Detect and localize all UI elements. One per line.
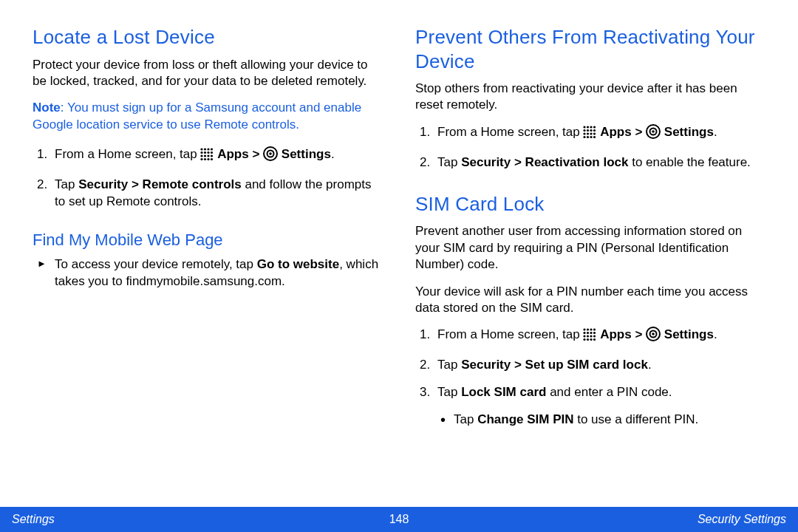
go-to-website-label: Go to website: [257, 257, 339, 271]
sim-sub-bullet: Tap Change SIM PIN to use a different PI…: [415, 412, 765, 429]
apps-label: Apps >: [600, 327, 646, 341]
heading-find-my-mobile: Find My Mobile Web Page: [33, 230, 383, 250]
step-text-end: and enter a PIN code.: [546, 385, 672, 399]
apps-label: Apps >: [600, 125, 646, 139]
step-text: Tap: [437, 358, 461, 372]
settings-label: Settings: [282, 147, 331, 161]
lock-sim-card-label: Lock SIM card: [461, 385, 546, 399]
gear-icon: [263, 146, 278, 166]
heading-sim-card-lock: SIM Card Lock: [415, 192, 765, 216]
heading-locate-lost-device: Locate a Lost Device: [33, 25, 383, 50]
locate-step-1: From a Home screen, tap Apps > Settings.: [33, 146, 383, 166]
step-text-end: .: [331, 147, 335, 161]
locate-intro-text: Protect your device from loss or theft a…: [33, 57, 383, 90]
prevent-intro-text: Stop others from reactivating your devic…: [415, 81, 765, 114]
sim-step-2: Tap Security > Set up SIM card lock.: [415, 357, 765, 374]
security-remote-controls-label: Security > Remote controls: [78, 177, 242, 191]
sim-step-1: From a Home screen, tap Apps > Settings.: [415, 327, 765, 347]
page-number: 148: [389, 513, 409, 526]
security-setup-sim-lock-label: Security > Set up SIM card lock: [461, 358, 648, 372]
page: Locate a Lost Device Protect your device…: [0, 0, 798, 532]
content-columns: Locate a Lost Device Protect your device…: [33, 25, 765, 439]
settings-label: Settings: [664, 125, 714, 139]
step-text-end: to enable the feature.: [628, 155, 750, 169]
apps-icon: [200, 148, 214, 166]
locate-step-2: Tap Security > Remote controls and follo…: [33, 177, 383, 211]
locate-note-text: Note: You must sign up for a Samsung acc…: [33, 100, 383, 133]
apps-label: Apps >: [217, 147, 263, 161]
heading-prevent-reactivating: Prevent Others From Reactivating Your De…: [415, 25, 765, 73]
find-my-mobile-item: To access your device remotely, tap Go t…: [33, 256, 383, 290]
apps-icon: [583, 328, 596, 347]
step-text-end: .: [648, 358, 652, 372]
sim-intro-text-1: Prevent another user from accessing info…: [415, 223, 765, 273]
step-text-end: .: [714, 125, 717, 139]
arrow-text: To access your device remotely, tap: [55, 257, 257, 271]
change-sim-pin-label: Change SIM PIN: [477, 412, 573, 426]
bullet-text: Tap: [454, 412, 477, 426]
findmymobile-url-text: findmymobile.samsung.com: [126, 274, 282, 288]
settings-label: Settings: [664, 327, 714, 341]
prevent-step-1: From a Home screen, tap Apps > Settings.: [415, 124, 765, 144]
step-text: From a Home screen, tap: [55, 147, 200, 161]
step-text: From a Home screen, tap: [437, 125, 583, 139]
arrow-text-end: .: [282, 274, 285, 288]
gear-icon: [646, 327, 661, 347]
footer-right-label: Security Settings: [698, 513, 786, 526]
step-text: Tap: [55, 177, 78, 191]
gear-icon: [646, 124, 661, 144]
sim-intro-text-2: Your device will ask for a PIN number ea…: [415, 284, 765, 317]
step-text: Tap: [437, 385, 461, 399]
page-footer: Settings 148 Security Settings: [0, 507, 798, 532]
footer-left-label: Settings: [12, 513, 55, 526]
step-text: Tap: [437, 155, 461, 169]
right-column: Prevent Others From Reactivating Your De…: [415, 25, 765, 439]
security-reactivation-lock-label: Security > Reactivation lock: [461, 155, 628, 169]
sim-step-3: Tap Lock SIM card and enter a PIN code.: [415, 384, 765, 401]
prevent-steps-list: From a Home screen, tap Apps > Settings.…: [415, 124, 765, 171]
note-label: Note: [33, 100, 61, 115]
prevent-step-2: Tap Security > Reactivation lock to enab…: [415, 154, 765, 171]
step-text: From a Home screen, tap: [437, 327, 583, 341]
step-text-end: .: [714, 327, 717, 341]
left-column: Locate a Lost Device Protect your device…: [33, 25, 383, 439]
note-body: : You must sign up for a Samsung account…: [33, 100, 361, 131]
sim-steps-list: From a Home screen, tap Apps > Settings.…: [415, 327, 765, 401]
locate-steps-list: From a Home screen, tap Apps > Settings.…: [33, 146, 383, 211]
bullet-text-end: to use a different PIN.: [574, 412, 699, 426]
apps-icon: [583, 126, 596, 144]
